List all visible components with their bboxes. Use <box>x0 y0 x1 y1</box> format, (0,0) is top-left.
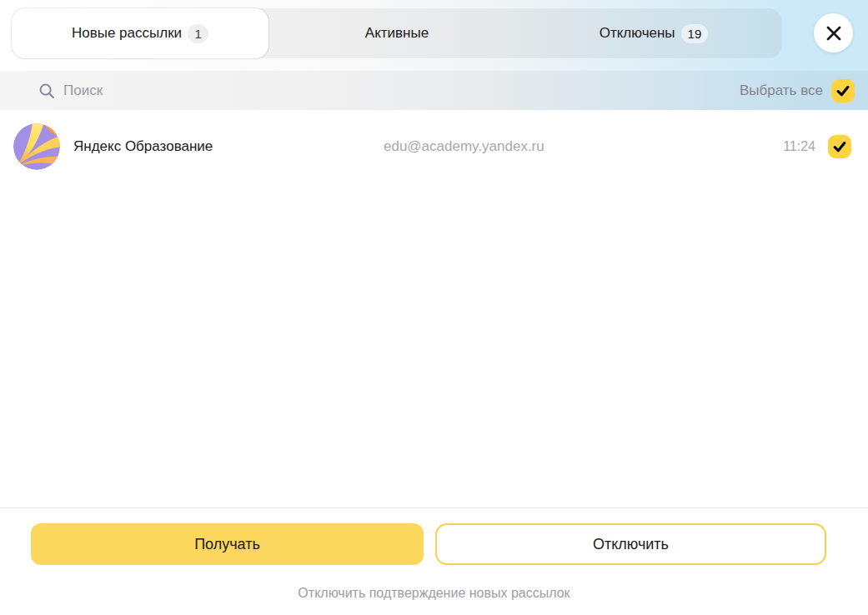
tab-disabled-badge: 19 <box>681 24 709 43</box>
search-icon <box>38 82 56 100</box>
receive-button[interactable]: Получать <box>31 523 424 565</box>
checkmark-icon <box>828 135 851 158</box>
select-all-checkbox[interactable] <box>831 79 855 102</box>
tab-disabled[interactable]: Отключены 19 <box>525 8 782 58</box>
avatar <box>13 123 60 170</box>
item-checkbox[interactable] <box>828 135 851 158</box>
tab-new-mailings-label: Новые рассылки <box>72 25 182 42</box>
sender-name: Яндекс Образование <box>73 138 213 155</box>
message-time: 11:24 <box>783 139 815 154</box>
tab-disabled-label: Отключены <box>600 25 675 42</box>
header: Новые рассылки 1 Активные Отключены 19 <box>0 0 868 110</box>
close-icon <box>825 24 843 42</box>
tab-new-mailings-badge: 1 <box>188 24 208 43</box>
footer-divider <box>0 508 868 508</box>
search-input[interactable] <box>63 82 740 99</box>
tab-new-mailings[interactable]: Новые рассылки 1 <box>12 8 268 58</box>
tab-active[interactable]: Активные <box>268 8 525 58</box>
list-item[interactable]: Яндекс Образование edu@academy.yandex.ru… <box>0 110 868 183</box>
tab-active-label: Активные <box>365 25 429 42</box>
select-all-label: Выбрать все <box>740 82 823 99</box>
checkmark-icon <box>831 79 855 102</box>
subscriptions-dialog: Новые рассылки 1 Активные Отключены 19 <box>0 0 868 615</box>
disable-button[interactable]: Отключить <box>435 523 826 565</box>
search-row: Выбрать все <box>0 71 868 110</box>
sender-email: edu@academy.yandex.ru <box>384 138 544 155</box>
close-button[interactable] <box>814 13 853 52</box>
disable-confirmation-link[interactable]: Отключить подтверждение новых рассылок <box>0 586 868 601</box>
yandex-education-logo-icon <box>13 123 60 170</box>
tab-bar: Новые рассылки 1 Активные Отключены 19 <box>12 8 782 58</box>
subscription-list: Яндекс Образование edu@academy.yandex.ru… <box>0 110 868 183</box>
